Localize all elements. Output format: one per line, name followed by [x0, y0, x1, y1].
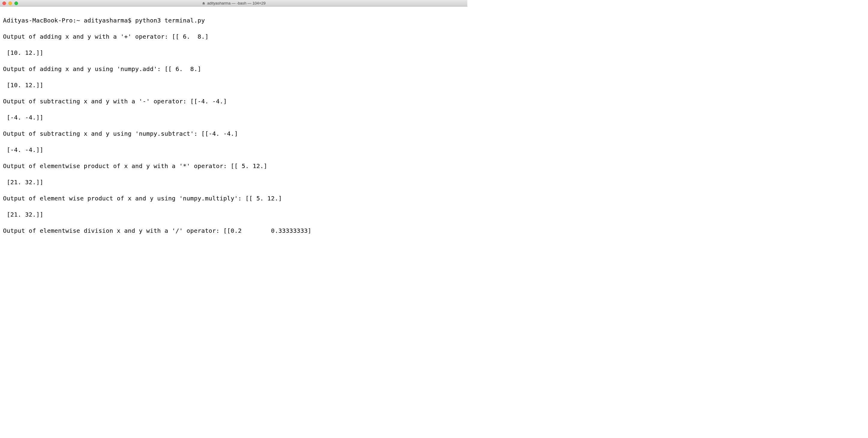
- window-title-wrap: adityasharma — -bash — 104×29: [0, 1, 467, 5]
- output-line: [21. 32.]]: [3, 178, 464, 187]
- minimize-button[interactable]: [8, 1, 12, 5]
- traffic-lights: [0, 1, 18, 5]
- terminal-output[interactable]: Adityas-MacBook-Pro:~ adityasharma$ pyth…: [0, 7, 467, 236]
- window-title: adityasharma — -bash — 104×29: [207, 1, 266, 5]
- window-titlebar: adityasharma — -bash — 104×29: [0, 0, 467, 7]
- output-line: [10. 12.]]: [3, 81, 464, 89]
- output-line: Output of elementwise product of x and y…: [3, 162, 464, 170]
- output-line: [-4. -4.]]: [3, 146, 464, 154]
- maximize-button[interactable]: [14, 1, 18, 5]
- output-line: Output of adding x and y with a '+' oper…: [3, 33, 464, 41]
- output-line: Output of element wise product of x and …: [3, 195, 464, 203]
- command-line: Adityas-MacBook-Pro:~ adityasharma$ pyth…: [3, 16, 464, 25]
- close-button[interactable]: [2, 1, 6, 5]
- output-line: Output of adding x and y using 'numpy.ad…: [3, 65, 464, 73]
- output-line: Output of subtracting x and y using 'num…: [3, 130, 464, 138]
- home-icon: [202, 1, 206, 5]
- output-line: [10. 12.]]: [3, 49, 464, 57]
- output-line: [-4. -4.]]: [3, 113, 464, 122]
- shell-prompt: Adityas-MacBook-Pro:~ adityasharma$: [3, 17, 135, 24]
- output-line: [21. 32.]]: [3, 211, 464, 219]
- typed-command: python3 terminal.py: [135, 17, 205, 24]
- output-line: Output of subtracting x and y with a '-'…: [3, 97, 464, 105]
- output-line: Output of elementwise division x and y w…: [3, 227, 464, 235]
